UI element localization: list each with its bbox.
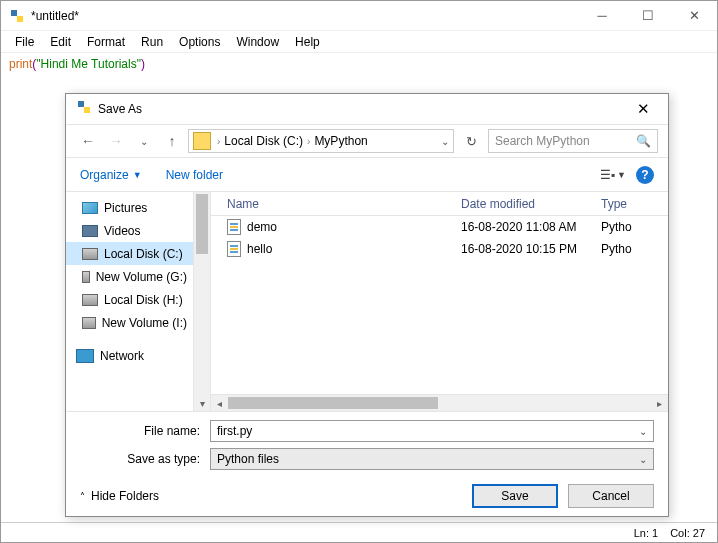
sidebar-item-label: Videos <box>104 224 140 238</box>
chevron-down-icon: ▼ <box>133 170 142 180</box>
sidebar-scrollbar[interactable]: ▴ ▾ <box>194 192 211 411</box>
filename-value: first.py <box>217 424 252 438</box>
statusbar: Ln: 1 Col: 27 <box>1 522 717 542</box>
drive-icon <box>82 248 98 260</box>
forward-button[interactable]: → <box>104 129 128 153</box>
view-icon: ☰▪ <box>600 168 615 182</box>
menu-window[interactable]: Window <box>228 33 287 51</box>
chevron-down-icon[interactable]: ⌄ <box>639 454 647 465</box>
sidebar-item-network[interactable]: Network <box>66 344 193 367</box>
cancel-button[interactable]: Cancel <box>568 484 654 508</box>
sidebar-item-videos[interactable]: Videos <box>66 219 193 242</box>
save-type-select[interactable]: Python files ⌄ <box>210 448 654 470</box>
organize-label: Organize <box>80 168 129 182</box>
sidebar: Pictures Videos Local Disk (C:) New Volu… <box>66 192 194 411</box>
sidebar-item-pictures[interactable]: Pictures <box>66 196 193 219</box>
breadcrumb-folder[interactable]: MyPython <box>314 134 367 148</box>
chevron-down-icon[interactable]: ⌄ <box>441 136 449 147</box>
status-line: Ln: 1 <box>634 527 658 539</box>
help-button[interactable]: ? <box>636 166 654 184</box>
file-type: Pytho <box>601 242 668 256</box>
drive-icon <box>193 132 211 150</box>
up-button[interactable]: ↑ <box>160 129 184 153</box>
chevron-right-icon: › <box>215 136 222 147</box>
sidebar-item-local-disk-c[interactable]: Local Disk (C:) <box>66 242 193 265</box>
status-col: Col: 27 <box>670 527 705 539</box>
file-row[interactable]: hello 16-08-2020 10:15 PM Pytho <box>211 238 668 260</box>
titlebar: *untitled* ─ ☐ ✕ <box>1 1 717 31</box>
svg-rect-1 <box>17 16 23 22</box>
drive-icon <box>82 271 90 283</box>
column-headers: Name Date modified Type <box>211 192 668 216</box>
menu-edit[interactable]: Edit <box>42 33 79 51</box>
refresh-button[interactable]: ↻ <box>458 129 484 153</box>
drive-icon <box>82 317 96 329</box>
hide-folders-button[interactable]: ˄ Hide Folders <box>80 489 159 503</box>
sidebar-item-new-volume-i[interactable]: New Volume (I:) <box>66 311 193 334</box>
scrollbar-thumb[interactable] <box>196 194 208 254</box>
column-name[interactable]: Name <box>211 197 461 211</box>
menu-file[interactable]: File <box>7 33 42 51</box>
new-folder-button[interactable]: New folder <box>166 168 223 182</box>
svg-rect-0 <box>11 10 17 16</box>
menubar: File Edit Format Run Options Window Help <box>1 31 717 53</box>
menu-run[interactable]: Run <box>133 33 171 51</box>
sidebar-item-label: Local Disk (C:) <box>104 247 183 261</box>
sidebar-item-local-disk-h[interactable]: Local Disk (H:) <box>66 288 193 311</box>
chevron-down-icon[interactable]: ⌄ <box>639 426 647 437</box>
scroll-left-icon[interactable]: ◂ <box>211 398 228 409</box>
search-icon: 🔍 <box>636 134 651 148</box>
hide-folders-label: Hide Folders <box>91 489 159 503</box>
search-placeholder: Search MyPython <box>495 134 590 148</box>
sidebar-item-label: New Volume (I:) <box>102 316 187 330</box>
drive-icon <box>82 294 98 306</box>
save-type-value: Python files <box>217 452 279 466</box>
dialog-titlebar: Save As ✕ <box>66 94 668 124</box>
search-input[interactable]: Search MyPython 🔍 <box>488 129 658 153</box>
menu-options[interactable]: Options <box>171 33 228 51</box>
dialog-close-button[interactable]: ✕ <box>628 94 658 124</box>
filename-label: File name: <box>80 424 210 438</box>
svg-rect-3 <box>84 107 90 113</box>
column-date[interactable]: Date modified <box>461 197 601 211</box>
horizontal-scrollbar[interactable]: ◂ ▸ <box>211 394 668 411</box>
menu-help[interactable]: Help <box>287 33 328 51</box>
view-options-button[interactable]: ☰▪ ▼ <box>600 168 626 182</box>
save-button[interactable]: Save <box>472 484 558 508</box>
videos-icon <box>82 225 98 237</box>
maximize-button[interactable]: ☐ <box>625 1 671 31</box>
back-button[interactable]: ← <box>76 129 100 153</box>
idle-window: *untitled* ─ ☐ ✕ File Edit Format Run Op… <box>0 0 718 543</box>
code-editor[interactable]: print("Hindi Me Tutorials") <box>1 53 717 76</box>
organize-button[interactable]: Organize ▼ <box>80 168 142 182</box>
recent-dropdown-icon[interactable]: ⌄ <box>132 129 156 153</box>
sidebar-item-label: Pictures <box>104 201 147 215</box>
file-date: 16-08-2020 11:08 AM <box>461 220 601 234</box>
chevron-right-icon: › <box>305 136 312 147</box>
scrollbar-thumb[interactable] <box>228 397 438 409</box>
dialog-title: Save As <box>98 102 628 116</box>
file-row[interactable]: demo 16-08-2020 11:08 AM Pytho <box>211 216 668 238</box>
sidebar-item-label: Local Disk (H:) <box>104 293 183 307</box>
column-type[interactable]: Type <box>601 197 668 211</box>
scroll-right-icon[interactable]: ▸ <box>651 398 668 409</box>
breadcrumb-drive[interactable]: Local Disk (C:) <box>224 134 303 148</box>
dialog-footer: File name: first.py ⌄ Save as type: Pyth… <box>66 411 668 516</box>
sidebar-item-new-volume-g[interactable]: New Volume (G:) <box>66 265 193 288</box>
file-date: 16-08-2020 10:15 PM <box>461 242 601 256</box>
svg-rect-2 <box>78 101 84 107</box>
code-string: "Hindi Me Tutorials" <box>36 57 141 71</box>
python-icon <box>76 99 92 119</box>
python-file-icon <box>227 241 241 257</box>
menu-format[interactable]: Format <box>79 33 133 51</box>
minimize-button[interactable]: ─ <box>579 1 625 31</box>
close-button[interactable]: ✕ <box>671 1 717 31</box>
code-paren-close: ) <box>141 57 145 71</box>
code-keyword: print <box>9 57 32 71</box>
python-icon <box>9 8 25 24</box>
breadcrumb[interactable]: › Local Disk (C:) › MyPython ⌄ <box>188 129 454 153</box>
scroll-down-icon[interactable]: ▾ <box>194 395 210 411</box>
python-file-icon <box>227 219 241 235</box>
chevron-down-icon: ▼ <box>617 170 626 180</box>
filename-input[interactable]: first.py ⌄ <box>210 420 654 442</box>
